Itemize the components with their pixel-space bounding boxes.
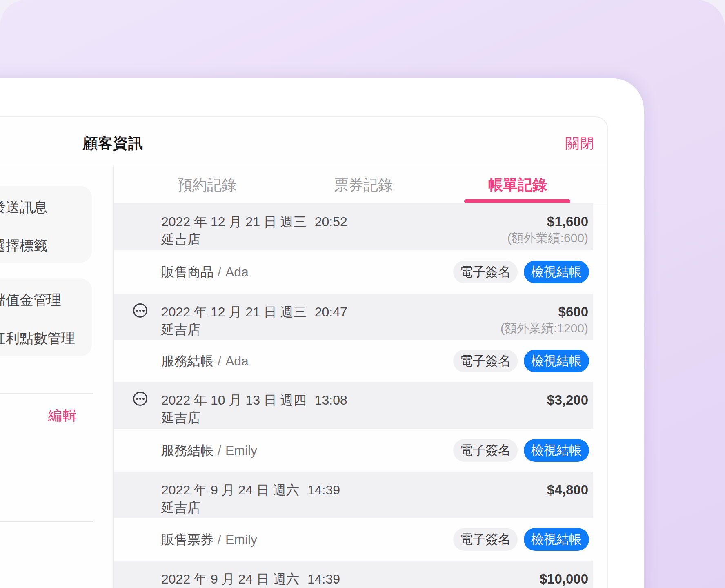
record-amount: $10,000 (540, 571, 588, 587)
record-date: 2022 年 10 月 13 日 週四13:08 (161, 393, 347, 408)
view-checkout-button[interactable]: 檢視結帳 (524, 528, 589, 551)
e-signature-button[interactable]: 電子簽名 (453, 528, 518, 551)
record-item: 販售票券/Emily (161, 532, 257, 547)
record-store: 延吉店 (161, 410, 200, 425)
sidebar-rule (0, 521, 93, 522)
billing-detail-row: 販售商品/Ada 電子簽名 檢視結帳 (114, 250, 593, 294)
record-date: 2022 年 9 月 24 日 週六14:39 (161, 483, 340, 497)
billing-record-row: 2022 年 9 月 24 日 週六14:39 延吉店 $10,000 (114, 561, 593, 588)
billing-detail-row: 服務結帳/Ada 電子簽名 檢視結帳 (114, 340, 593, 382)
record-store: 延吉店 (161, 500, 200, 515)
e-signature-button[interactable]: 電子簽名 (453, 350, 518, 372)
page-title: 顧客資訊 (83, 135, 143, 152)
record-extra-performance: (額外業績:600) (507, 231, 588, 245)
record-extra-performance: (額外業績:1200) (500, 321, 588, 335)
sidebar-rule (0, 393, 93, 394)
more-options-icon[interactable] (133, 303, 147, 318)
e-signature-button[interactable]: 電子簽名 (453, 439, 518, 462)
billing-record-row: 2022 年 9 月 24 日 週六14:39 延吉店 $4,800 (114, 472, 593, 518)
header-divider (0, 165, 607, 165)
tab-booking-records[interactable]: 預約記錄 (176, 177, 238, 193)
billing-record-row: 2022 年 12 月 21 日 週三20:47 延吉店 $600 (額外業績:… (114, 294, 593, 340)
view-checkout-button[interactable]: 檢視結帳 (524, 261, 589, 283)
record-amount: $1,600 (547, 214, 588, 229)
tab-ticket-records[interactable]: 票券記錄 (333, 177, 394, 193)
record-amount: $3,200 (547, 392, 588, 408)
e-signature-button[interactable]: 電子簽名 (453, 261, 518, 283)
record-item: 服務結帳/Ada (161, 353, 249, 369)
sidebar-item-bonus-points[interactable]: 紅利點數管理 (0, 330, 98, 346)
billing-detail-row: 販售票券/Emily 電子簽名 檢視結帳 (114, 518, 593, 561)
view-checkout-button[interactable]: 檢視結帳 (524, 350, 589, 372)
sidebar-item-select-tags[interactable]: 選擇標籤 (0, 238, 98, 253)
record-amount: $600 (558, 304, 588, 320)
billing-record-row: 2022 年 10 月 13 日 週四13:08 延吉店 $3,200 (114, 382, 593, 429)
sidebar-group-quick-actions: 發送訊息 選擇標籤 (0, 186, 92, 263)
close-button[interactable]: 關閉 (565, 136, 595, 151)
tab-billing-records[interactable]: 帳單記錄 (487, 177, 548, 193)
billing-records-list: 2022 年 12 月 21 日 週三20:52 延吉店 $1,600 (額外業… (114, 203, 593, 588)
sidebar-group-management: 儲值金管理 紅利點數管理 (0, 278, 92, 356)
edit-button[interactable]: 編輯 (48, 408, 78, 423)
record-store: 延吉店 (161, 322, 200, 337)
billing-detail-row: 服務結帳/Emily 電子簽名 檢視結帳 (114, 429, 593, 472)
billing-record-row: 2022 年 12 月 21 日 週三20:52 延吉店 $1,600 (額外業… (114, 203, 593, 250)
sidebar-item-stored-value[interactable]: 儲值金管理 (0, 292, 98, 307)
record-date: 2022 年 12 月 21 日 週三20:52 (161, 214, 347, 229)
screen: 顧客資訊 關閉 發送訊息 選擇標籤 儲值金管理 紅利點數管理 編輯 預約記錄 票… (0, 0, 725, 588)
customer-info-modal: 顧客資訊 關閉 發送訊息 選擇標籤 儲值金管理 紅利點數管理 編輯 預約記錄 票… (0, 116, 608, 588)
record-date: 2022 年 12 月 21 日 週三20:47 (161, 305, 347, 319)
record-amount: $4,800 (547, 482, 588, 498)
record-item: 販售商品/Ada (161, 264, 249, 280)
view-checkout-button[interactable]: 檢視結帳 (524, 439, 589, 462)
record-item: 服務結帳/Emily (161, 443, 257, 458)
record-date: 2022 年 9 月 24 日 週六14:39 (161, 572, 340, 586)
more-options-icon[interactable] (133, 392, 147, 406)
sidebar-item-send-message[interactable]: 發送訊息 (0, 199, 98, 215)
record-store: 延吉店 (161, 232, 200, 247)
